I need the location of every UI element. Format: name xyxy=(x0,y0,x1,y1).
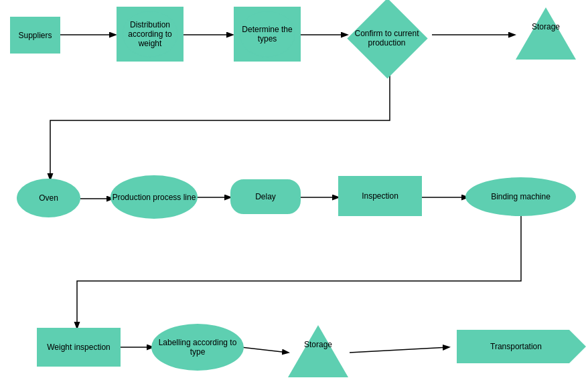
svg-line-10 xyxy=(350,347,449,353)
suppliers-label: Suppliers xyxy=(18,31,52,40)
confirm-shape: Confirm to current production xyxy=(342,8,432,68)
inspection-label: Inspection xyxy=(362,191,398,201)
svg-line-9 xyxy=(241,347,288,353)
storage2-shape: Storage xyxy=(288,321,348,381)
distribution-label: Distribution according to weight xyxy=(117,20,183,48)
production-shape: Production process line xyxy=(111,175,198,219)
weight-inspection-label: Weight inspection xyxy=(47,343,111,352)
storage2-label: Storage xyxy=(291,340,345,349)
production-label: Production process line xyxy=(113,193,196,202)
suppliers-shape: Suppliers xyxy=(10,17,60,54)
inspection-shape: Inspection xyxy=(338,176,422,216)
delay-label: Delay xyxy=(255,192,276,201)
binding-shape: Binding machine xyxy=(465,177,576,216)
binding-label: Binding machine xyxy=(491,192,550,201)
flowchart: Suppliers Distribution according to weig… xyxy=(0,0,588,384)
transportation-pentagon: Transportation xyxy=(457,330,569,363)
determine-shape: Determine the types xyxy=(234,7,301,62)
oven-label: Oven xyxy=(39,193,58,203)
weight-inspection-shape: Weight inspection xyxy=(37,328,121,367)
confirm-label: Confirm to current production xyxy=(342,8,432,68)
transportation-label: Transportation xyxy=(490,342,542,351)
labelling-shape: Labelling according to type xyxy=(151,324,244,371)
storage1-shape: Storage xyxy=(516,3,576,64)
storage1-label: Storage xyxy=(519,22,573,31)
determine-label: Determine the types xyxy=(234,25,301,43)
labelling-label: Labelling according to type xyxy=(153,338,242,357)
storage1-triangle xyxy=(516,7,576,60)
storage2-triangle xyxy=(288,325,348,377)
transportation-shape: Transportation xyxy=(447,328,578,365)
oven-shape: Oven xyxy=(17,179,80,217)
distribution-shape: Distribution according to weight xyxy=(117,7,183,62)
delay-shape: Delay xyxy=(230,179,301,214)
